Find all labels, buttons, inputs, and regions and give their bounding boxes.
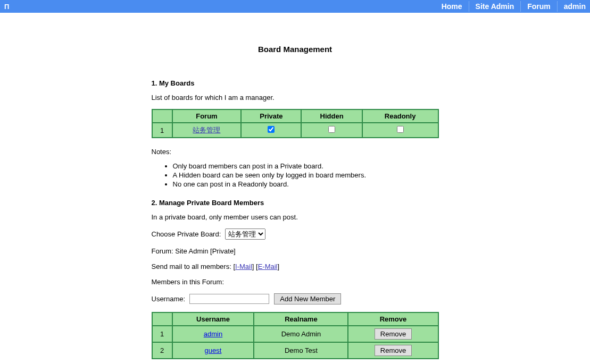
username-link[interactable]: admin (204, 330, 222, 338)
row-readonly (362, 123, 438, 138)
boards-header-readonly: Readonly (362, 109, 438, 123)
navbar-brand: П (4, 3, 9, 11)
row-username: admin (172, 326, 254, 342)
email-link[interactable]: E-Mail (258, 263, 278, 270)
choose-board-label: Choose Private Board: (152, 230, 221, 238)
hidden-checkbox[interactable] (328, 126, 335, 133)
note-item: No one can post in a Readonly board. (173, 180, 439, 189)
row-realname: Demo Test (254, 342, 348, 359)
boards-header-hidden: Hidden (301, 109, 362, 123)
section1-title: 1. My Boards (152, 79, 439, 87)
imail-link[interactable]: I-Mail (235, 263, 252, 270)
boards-header-private: Private (241, 109, 301, 123)
row-remove: Remove (348, 342, 438, 359)
username-input[interactable] (189, 294, 269, 304)
row-hidden (301, 123, 362, 138)
private-checkbox[interactable] (268, 126, 275, 133)
row-realname: Demo Admin (254, 326, 348, 342)
table-row: 1 站务管理 (152, 123, 438, 138)
readonly-checkbox[interactable] (397, 126, 404, 133)
remove-button[interactable]: Remove (375, 345, 412, 356)
boards-header-forum: Forum (172, 109, 242, 123)
note-item: A Hidden board can be seen only by logge… (173, 171, 439, 180)
username-label: Username: (152, 295, 186, 303)
navbar: П Home Site Admin Forum admin (0, 0, 590, 13)
members-header-remove: Remove (348, 312, 438, 326)
row-num: 2 (152, 342, 172, 359)
members-header-realname: Realname (254, 312, 348, 326)
page-title: Board Management (152, 45, 439, 54)
table-row: 1 admin Demo Admin Remove (152, 326, 438, 342)
row-username: guest (172, 342, 254, 359)
note-item: Only board members can post in a Private… (173, 162, 439, 171)
username-link[interactable]: guest (205, 346, 222, 354)
forum-info: Forum: Site Admin [Private] (152, 247, 439, 255)
members-header-num (152, 312, 172, 326)
forum-link[interactable]: 站务管理 (193, 126, 220, 134)
section1-description: List of boards for which I am a manager. (152, 94, 439, 101)
row-num: 1 (152, 326, 172, 342)
nav-home[interactable]: Home (435, 1, 469, 12)
add-member-button[interactable]: Add New Member (274, 293, 341, 304)
nav-admin[interactable]: admin (558, 1, 586, 12)
row-private (241, 123, 301, 138)
notes-label: Notes: (152, 148, 439, 156)
boards-table: Forum Private Hidden Readonly 1 站务管理 (152, 109, 439, 138)
section2-description: In a private board, only member users ca… (152, 213, 439, 221)
remove-button[interactable]: Remove (375, 328, 412, 340)
members-table: Username Realname Remove 1 admin Demo Ad… (152, 312, 439, 359)
row-num: 1 (152, 123, 172, 138)
nav-forum[interactable]: Forum (521, 1, 558, 12)
choose-board-select[interactable]: 站务管理 (225, 228, 265, 240)
choose-board-row: Choose Private Board: 站务管理 (152, 228, 439, 240)
mail-label: Send mail to all members: (152, 263, 234, 270)
notes-list: Only board members can post in a Private… (173, 162, 439, 189)
row-forum: 站务管理 (172, 123, 242, 138)
navbar-links: Home Site Admin Forum admin (435, 1, 586, 12)
section2-title: 2. Manage Private Board Members (152, 199, 439, 207)
members-label: Members in this Forum: (152, 278, 439, 286)
mail-line: Send mail to all members: [I-Mail] [E-Ma… (152, 263, 439, 270)
members-header-username: Username (172, 312, 254, 326)
nav-site-admin[interactable]: Site Admin (469, 1, 521, 12)
table-row: 2 guest Demo Test Remove (152, 342, 438, 359)
row-remove: Remove (348, 326, 438, 342)
add-member-row: Username: Add New Member (152, 293, 439, 304)
boards-header-num (152, 109, 172, 123)
